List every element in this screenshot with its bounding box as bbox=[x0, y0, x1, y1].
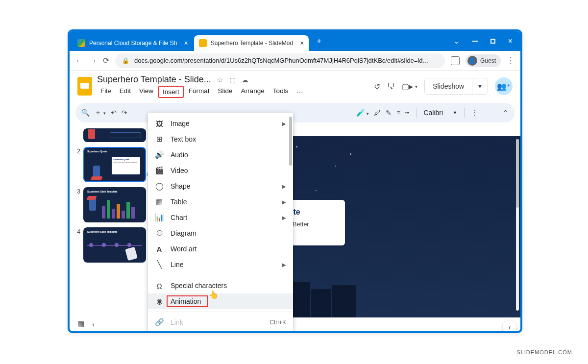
history-icon[interactable]: ↺ bbox=[374, 82, 380, 91]
tab-slides[interactable]: Superhero Template - SlideMod × bbox=[194, 35, 309, 51]
drive-icon bbox=[77, 39, 85, 47]
extension-icon[interactable] bbox=[451, 56, 460, 65]
menu-arrange[interactable]: Arrange bbox=[238, 86, 268, 98]
tab-drive[interactable]: Personal Cloud Storage & File Sh × bbox=[73, 35, 193, 51]
menu-item-link: 🔗 Link Ctrl+K bbox=[148, 315, 293, 330]
avatar-icon: 👤 bbox=[467, 56, 477, 66]
link-icon: 🔗 bbox=[155, 318, 164, 327]
slides-icon bbox=[199, 39, 207, 47]
grid-view-icon[interactable]: ▦ bbox=[77, 319, 84, 328]
slide-thumbnail-1[interactable] bbox=[83, 128, 146, 142]
slide-thumbnail-2[interactable]: Superhero Quote Superhero Quote Truth Ju… bbox=[83, 147, 146, 182]
menu-item-special-characters[interactable]: Ω Special characters bbox=[148, 278, 293, 293]
menu-more[interactable]: … bbox=[293, 86, 307, 98]
bottom-toolbar: ▦ ‹ bbox=[77, 319, 95, 328]
menu-item-textbox[interactable]: ⊞ Text box bbox=[148, 131, 293, 147]
watermark-text: SLIDEMODEL.COM bbox=[516, 349, 572, 355]
paint-fill-icon[interactable]: 🧪 ▾ bbox=[356, 109, 369, 117]
menu-view[interactable]: View bbox=[136, 86, 157, 98]
menu-insert[interactable]: Insert bbox=[158, 86, 184, 98]
person-add-icon: 👥⁺ bbox=[497, 82, 511, 91]
browser-window: Personal Cloud Storage & File Sh × Super… bbox=[68, 29, 522, 333]
star-icon[interactable]: ☆ bbox=[217, 76, 223, 84]
menu-item-chart[interactable]: 📊 Chart ▶ bbox=[148, 210, 293, 225]
line-icon: ╲ bbox=[155, 260, 164, 269]
slide-thumbnails: 2 Superhero Quote Superhero Quote Truth … bbox=[70, 125, 149, 333]
maximize-icon[interactable] bbox=[490, 39, 495, 44]
move-icon[interactable]: ▢ bbox=[229, 76, 236, 84]
toolbar: 🔍 ＋ ▾ ↶ ↷ 🧪 ▾ 🖊 ✎ ≡ ┅ Calibri▼ ⋮ ⌃ bbox=[75, 103, 514, 122]
present-icon[interactable]: ▢▸ ▾ bbox=[402, 82, 417, 91]
slide-thumbnail-3[interactable]: Superhero Slide Template bbox=[83, 187, 146, 222]
border-color-icon[interactable]: 🖊 bbox=[374, 109, 381, 117]
chevron-down-icon[interactable]: ▼ bbox=[472, 83, 488, 89]
table-icon: ▦ bbox=[155, 197, 164, 206]
reload-icon[interactable]: ⟳ bbox=[103, 56, 109, 65]
close-window-icon[interactable]: × bbox=[508, 37, 513, 46]
minimize-icon[interactable] bbox=[472, 41, 478, 42]
video-icon: 🎬 bbox=[155, 166, 164, 175]
kebab-menu-icon[interactable]: ⋮ bbox=[507, 56, 514, 65]
forward-icon[interactable]: → bbox=[89, 56, 97, 65]
submenu-arrow-icon: ▶ bbox=[282, 184, 286, 189]
submenu-arrow-icon: ▶ bbox=[282, 262, 286, 267]
menu-file[interactable]: File bbox=[97, 86, 115, 98]
font-selector[interactable]: Calibri▼ bbox=[423, 109, 457, 117]
undo-icon[interactable]: ↶ bbox=[111, 109, 117, 117]
omega-icon: Ω bbox=[155, 282, 164, 290]
menu-item-shape[interactable]: ◯ Shape ▶ bbox=[148, 178, 293, 194]
thumb-number: 3 bbox=[74, 187, 80, 222]
guest-label: Guest bbox=[480, 57, 496, 64]
comments-icon[interactable]: 🗨 bbox=[387, 82, 395, 91]
share-button[interactable]: 👥⁺ bbox=[495, 77, 513, 95]
slides-logo[interactable] bbox=[77, 77, 92, 96]
menu-item-diagram[interactable]: ⚇ Diagram bbox=[148, 225, 293, 241]
collapse-toolbar-icon[interactable]: ⌃ bbox=[503, 109, 509, 117]
slide-thumbnail-4[interactable]: Superhero Slide Template bbox=[83, 227, 146, 263]
close-icon[interactable]: × bbox=[300, 39, 304, 47]
menu-item-animation[interactable]: ◉ Animation bbox=[148, 293, 293, 309]
app-header: Superhero Template - Slide... ☆ ▢ ☁ File… bbox=[70, 71, 520, 98]
submenu-arrow-icon: ▶ bbox=[282, 199, 286, 205]
menu-edit[interactable]: Edit bbox=[116, 86, 134, 98]
highlighter-icon[interactable]: ✎ bbox=[386, 109, 392, 117]
menu-item-video[interactable]: 🎬 Video bbox=[148, 163, 293, 178]
thumb-number: 2 bbox=[74, 147, 80, 182]
audio-icon: 🔊 bbox=[155, 150, 164, 159]
menu-format[interactable]: Format bbox=[185, 86, 213, 98]
menu-item-image[interactable]: 🖼 Image ▶ bbox=[148, 116, 293, 131]
prev-slide-icon[interactable]: ‹ bbox=[92, 320, 95, 328]
redo-icon[interactable]: ↷ bbox=[122, 109, 127, 117]
new-tab-button[interactable]: + bbox=[313, 35, 325, 48]
address-bar[interactable]: 🔒 docs.google.com/presentation/d/1Us6z2h… bbox=[115, 53, 445, 68]
menu-item-table[interactable]: ▦ Table ▶ bbox=[148, 194, 293, 210]
submenu-arrow-icon: ▶ bbox=[282, 215, 286, 220]
animation-icon: ◉ bbox=[155, 297, 164, 306]
lock-icon: 🔒 bbox=[122, 57, 129, 64]
textbox-icon: ⊞ bbox=[155, 135, 164, 144]
explore-fab[interactable]: ‹ bbox=[503, 320, 516, 333]
cloud-icon[interactable]: ☁ bbox=[242, 76, 248, 84]
border-dash-icon[interactable]: ┅ bbox=[405, 109, 409, 117]
document-title[interactable]: Superhero Template - Slide... bbox=[97, 74, 211, 85]
tab-label: Superhero Template - SlideMod bbox=[211, 40, 294, 47]
tab-label: Personal Cloud Storage & File Sh bbox=[89, 40, 177, 47]
search-icon[interactable]: 🔍 bbox=[81, 109, 90, 117]
more-toolbar-icon[interactable]: ⋮ bbox=[471, 109, 478, 117]
menu-slide[interactable]: Slide bbox=[215, 86, 236, 98]
slideshow-label: Slideshow bbox=[425, 78, 472, 94]
new-slide-icon[interactable]: ＋ ▾ bbox=[95, 108, 106, 117]
border-weight-icon[interactable]: ≡ bbox=[396, 109, 400, 117]
vertical-scrollbar[interactable] bbox=[516, 139, 519, 311]
menu-item-wordart[interactable]: A Word art bbox=[148, 241, 293, 257]
menu-item-audio[interactable]: 🔊 Audio bbox=[148, 147, 293, 163]
close-icon[interactable]: × bbox=[184, 39, 188, 47]
cursor-pointer-icon: 👆 bbox=[209, 290, 219, 299]
menu-item-line[interactable]: ╲ Line ▶ bbox=[148, 257, 293, 272]
back-icon[interactable]: ← bbox=[75, 56, 83, 65]
chevron-down-icon[interactable]: ⌄ bbox=[454, 37, 460, 45]
slideshow-button[interactable]: Slideshow ▼ bbox=[424, 78, 488, 95]
guest-profile[interactable]: 👤 Guest bbox=[466, 54, 501, 67]
menu-tools[interactable]: Tools bbox=[270, 86, 292, 98]
menubar: File Edit View Insert Format Slide Arran… bbox=[97, 86, 369, 98]
